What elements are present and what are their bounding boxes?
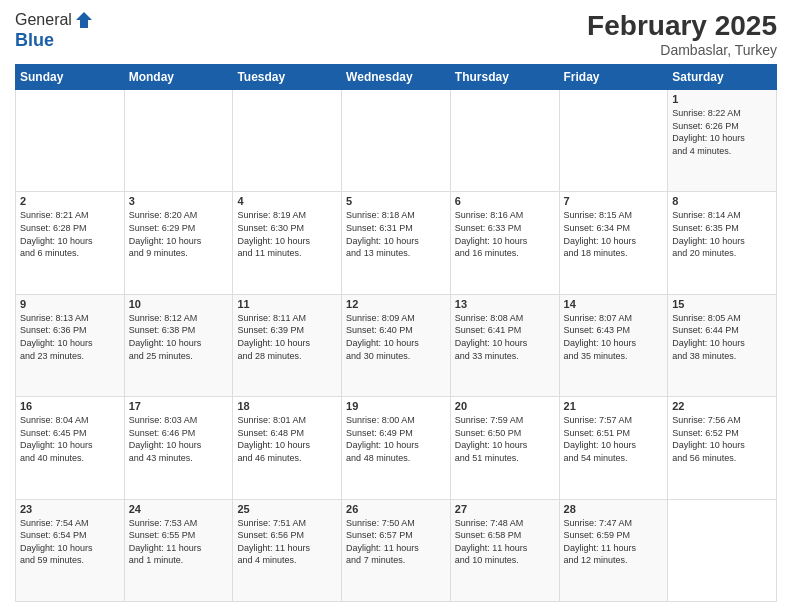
day-info: Sunrise: 7:51 AM Sunset: 6:56 PM Dayligh… bbox=[237, 517, 337, 567]
calendar-week-row: 2Sunrise: 8:21 AM Sunset: 6:28 PM Daylig… bbox=[16, 192, 777, 294]
table-row: 28Sunrise: 7:47 AM Sunset: 6:59 PM Dayli… bbox=[559, 499, 668, 601]
day-info: Sunrise: 8:04 AM Sunset: 6:45 PM Dayligh… bbox=[20, 414, 120, 464]
day-number: 16 bbox=[20, 400, 120, 412]
day-info: Sunrise: 7:54 AM Sunset: 6:54 PM Dayligh… bbox=[20, 517, 120, 567]
header-thursday: Thursday bbox=[450, 65, 559, 90]
day-number: 15 bbox=[672, 298, 772, 310]
table-row: 4Sunrise: 8:19 AM Sunset: 6:30 PM Daylig… bbox=[233, 192, 342, 294]
day-number: 26 bbox=[346, 503, 446, 515]
day-number: 8 bbox=[672, 195, 772, 207]
day-info: Sunrise: 7:48 AM Sunset: 6:58 PM Dayligh… bbox=[455, 517, 555, 567]
table-row: 10Sunrise: 8:12 AM Sunset: 6:38 PM Dayli… bbox=[124, 294, 233, 396]
header-sunday: Sunday bbox=[16, 65, 125, 90]
day-number: 12 bbox=[346, 298, 446, 310]
table-row: 16Sunrise: 8:04 AM Sunset: 6:45 PM Dayli… bbox=[16, 397, 125, 499]
table-row: 15Sunrise: 8:05 AM Sunset: 6:44 PM Dayli… bbox=[668, 294, 777, 396]
day-number: 19 bbox=[346, 400, 446, 412]
day-info: Sunrise: 7:59 AM Sunset: 6:50 PM Dayligh… bbox=[455, 414, 555, 464]
table-row: 6Sunrise: 8:16 AM Sunset: 6:33 PM Daylig… bbox=[450, 192, 559, 294]
day-number: 23 bbox=[20, 503, 120, 515]
table-row: 12Sunrise: 8:09 AM Sunset: 6:40 PM Dayli… bbox=[342, 294, 451, 396]
table-row: 13Sunrise: 8:08 AM Sunset: 6:41 PM Dayli… bbox=[450, 294, 559, 396]
table-row: 18Sunrise: 8:01 AM Sunset: 6:48 PM Dayli… bbox=[233, 397, 342, 499]
day-number: 28 bbox=[564, 503, 664, 515]
table-row: 19Sunrise: 8:00 AM Sunset: 6:49 PM Dayli… bbox=[342, 397, 451, 499]
day-info: Sunrise: 8:18 AM Sunset: 6:31 PM Dayligh… bbox=[346, 209, 446, 259]
svg-marker-0 bbox=[76, 12, 92, 28]
day-number: 1 bbox=[672, 93, 772, 105]
day-number: 11 bbox=[237, 298, 337, 310]
table-row: 2Sunrise: 8:21 AM Sunset: 6:28 PM Daylig… bbox=[16, 192, 125, 294]
day-number: 17 bbox=[129, 400, 229, 412]
table-row: 1Sunrise: 8:22 AM Sunset: 6:26 PM Daylig… bbox=[668, 90, 777, 192]
day-info: Sunrise: 8:21 AM Sunset: 6:28 PM Dayligh… bbox=[20, 209, 120, 259]
logo-blue-text: Blue bbox=[15, 30, 94, 51]
day-info: Sunrise: 8:01 AM Sunset: 6:48 PM Dayligh… bbox=[237, 414, 337, 464]
day-info: Sunrise: 7:57 AM Sunset: 6:51 PM Dayligh… bbox=[564, 414, 664, 464]
day-number: 7 bbox=[564, 195, 664, 207]
day-number: 14 bbox=[564, 298, 664, 310]
header: General Blue February 2025 Dambaslar, Tu… bbox=[15, 10, 777, 58]
day-info: Sunrise: 8:03 AM Sunset: 6:46 PM Dayligh… bbox=[129, 414, 229, 464]
table-row: 14Sunrise: 8:07 AM Sunset: 6:43 PM Dayli… bbox=[559, 294, 668, 396]
header-saturday: Saturday bbox=[668, 65, 777, 90]
day-info: Sunrise: 7:47 AM Sunset: 6:59 PM Dayligh… bbox=[564, 517, 664, 567]
table-row bbox=[16, 90, 125, 192]
day-number: 27 bbox=[455, 503, 555, 515]
header-wednesday: Wednesday bbox=[342, 65, 451, 90]
header-monday: Monday bbox=[124, 65, 233, 90]
calendar-subtitle: Dambaslar, Turkey bbox=[587, 42, 777, 58]
day-info: Sunrise: 8:05 AM Sunset: 6:44 PM Dayligh… bbox=[672, 312, 772, 362]
logo: General Blue bbox=[15, 10, 94, 51]
table-row: 7Sunrise: 8:15 AM Sunset: 6:34 PM Daylig… bbox=[559, 192, 668, 294]
table-row bbox=[668, 499, 777, 601]
day-number: 20 bbox=[455, 400, 555, 412]
day-info: Sunrise: 8:20 AM Sunset: 6:29 PM Dayligh… bbox=[129, 209, 229, 259]
table-row: 21Sunrise: 7:57 AM Sunset: 6:51 PM Dayli… bbox=[559, 397, 668, 499]
table-row bbox=[124, 90, 233, 192]
page: General Blue February 2025 Dambaslar, Tu… bbox=[0, 0, 792, 612]
day-info: Sunrise: 8:13 AM Sunset: 6:36 PM Dayligh… bbox=[20, 312, 120, 362]
table-row: 5Sunrise: 8:18 AM Sunset: 6:31 PM Daylig… bbox=[342, 192, 451, 294]
header-tuesday: Tuesday bbox=[233, 65, 342, 90]
table-row: 25Sunrise: 7:51 AM Sunset: 6:56 PM Dayli… bbox=[233, 499, 342, 601]
day-info: Sunrise: 8:09 AM Sunset: 6:40 PM Dayligh… bbox=[346, 312, 446, 362]
logo-general-text: General bbox=[15, 11, 72, 29]
table-row: 22Sunrise: 7:56 AM Sunset: 6:52 PM Dayli… bbox=[668, 397, 777, 499]
day-info: Sunrise: 8:15 AM Sunset: 6:34 PM Dayligh… bbox=[564, 209, 664, 259]
title-block: February 2025 Dambaslar, Turkey bbox=[587, 10, 777, 58]
day-info: Sunrise: 8:14 AM Sunset: 6:35 PM Dayligh… bbox=[672, 209, 772, 259]
day-number: 2 bbox=[20, 195, 120, 207]
day-number: 13 bbox=[455, 298, 555, 310]
day-number: 6 bbox=[455, 195, 555, 207]
day-info: Sunrise: 8:11 AM Sunset: 6:39 PM Dayligh… bbox=[237, 312, 337, 362]
day-info: Sunrise: 8:07 AM Sunset: 6:43 PM Dayligh… bbox=[564, 312, 664, 362]
day-number: 5 bbox=[346, 195, 446, 207]
table-row bbox=[450, 90, 559, 192]
table-row: 8Sunrise: 8:14 AM Sunset: 6:35 PM Daylig… bbox=[668, 192, 777, 294]
day-number: 22 bbox=[672, 400, 772, 412]
calendar-week-row: 16Sunrise: 8:04 AM Sunset: 6:45 PM Dayli… bbox=[16, 397, 777, 499]
day-number: 9 bbox=[20, 298, 120, 310]
table-row bbox=[559, 90, 668, 192]
day-number: 3 bbox=[129, 195, 229, 207]
day-info: Sunrise: 7:56 AM Sunset: 6:52 PM Dayligh… bbox=[672, 414, 772, 464]
logo-icon bbox=[74, 10, 94, 30]
table-row: 3Sunrise: 8:20 AM Sunset: 6:29 PM Daylig… bbox=[124, 192, 233, 294]
day-number: 18 bbox=[237, 400, 337, 412]
calendar-table: Sunday Monday Tuesday Wednesday Thursday… bbox=[15, 64, 777, 602]
day-info: Sunrise: 8:08 AM Sunset: 6:41 PM Dayligh… bbox=[455, 312, 555, 362]
table-row: 27Sunrise: 7:48 AM Sunset: 6:58 PM Dayli… bbox=[450, 499, 559, 601]
table-row: 9Sunrise: 8:13 AM Sunset: 6:36 PM Daylig… bbox=[16, 294, 125, 396]
day-info: Sunrise: 7:53 AM Sunset: 6:55 PM Dayligh… bbox=[129, 517, 229, 567]
table-row: 17Sunrise: 8:03 AM Sunset: 6:46 PM Dayli… bbox=[124, 397, 233, 499]
calendar-title: February 2025 bbox=[587, 10, 777, 42]
day-info: Sunrise: 8:19 AM Sunset: 6:30 PM Dayligh… bbox=[237, 209, 337, 259]
day-number: 10 bbox=[129, 298, 229, 310]
day-info: Sunrise: 8:12 AM Sunset: 6:38 PM Dayligh… bbox=[129, 312, 229, 362]
day-number: 4 bbox=[237, 195, 337, 207]
day-info: Sunrise: 8:22 AM Sunset: 6:26 PM Dayligh… bbox=[672, 107, 772, 157]
table-row bbox=[342, 90, 451, 192]
weekday-header-row: Sunday Monday Tuesday Wednesday Thursday… bbox=[16, 65, 777, 90]
header-friday: Friday bbox=[559, 65, 668, 90]
